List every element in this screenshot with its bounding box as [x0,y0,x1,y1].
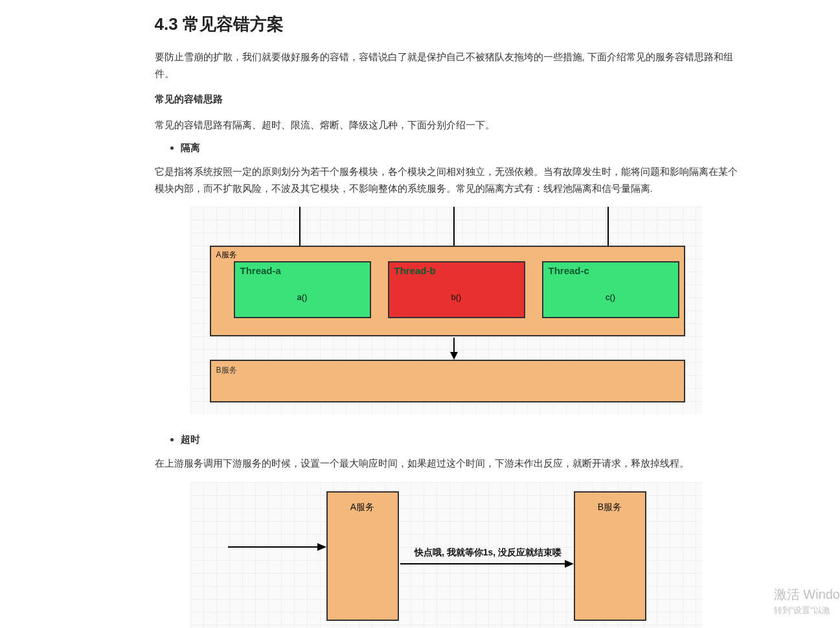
bullet-isolation: 隔离 [181,142,738,154]
service-a-box: A服务 Thread-a a() Thread-b b() Thread-c c… [210,246,685,336]
thread-c-title: Thread-c [549,265,589,276]
thread-a-box: Thread-a a() [234,261,371,318]
service-b-label: B服务 [216,365,237,376]
bullet-timeout: 超时 [181,434,738,446]
thread-c-box: Thread-c c() [542,261,679,318]
timeout-service-a: A服务 [326,491,399,621]
thread-a-call: a() [235,292,370,302]
diagram-isolation: A服务 Thread-a a() Thread-b b() Thread-c c… [190,207,702,414]
service-a-label: A服务 [216,250,237,261]
diagram-timeout: A服务 快点哦, 我就等你1s, 没反应就结束喽 B服务 [190,482,702,629]
thread-c-call: c() [543,292,678,302]
timeout-service-b-label: B服务 [575,502,645,513]
thread-b-box: Thread-b b() [388,261,525,318]
arrow-down-icon [448,338,460,360]
thread-a-title: Thread-a [240,265,281,276]
watermark-line1: 激活 Windo [774,585,840,604]
thread-b-title: Thread-b [394,265,436,276]
document-page: 4.3 常见容错方案 要防止雪崩的扩散，我们就要做好服务的容错，容错说白了就是保… [77,0,764,628]
section-heading: 4.3 常见容错方案 [155,13,738,36]
ideas-paragraph: 常见的容错思路有隔离、超时、限流、熔断、降级这几种，下面分别介绍一下。 [155,117,738,134]
isolation-paragraph: 它是指将系统按照一定的原则划分为若干个服务模块，各个模块之间相对独立，无强依赖。… [155,163,738,196]
arrow-right-icon [228,541,326,553]
svg-marker-11 [565,560,574,568]
timeout-service-b: B服务 [574,491,646,621]
bullet-list: 隔离 [155,142,738,154]
svg-marker-7 [450,352,458,360]
service-b-box: B服务 [210,360,685,402]
bullet-list: 超时 [155,434,738,446]
intro-paragraph: 要防止雪崩的扩散，我们就要做好服务的容错，容错说白了就是保护自己不被猪队友拖垮的… [155,49,738,82]
timeout-service-a-label: A服务 [328,502,398,513]
windows-activation-watermark: 激活 Windo 转到"设置"以激 [774,585,840,617]
arrow-right-icon [400,557,574,570]
subheading-ideas: 常见的容错思路 [155,91,738,108]
thread-b-call: b() [389,292,524,302]
watermark-line2: 转到"设置"以激 [774,604,840,617]
svg-marker-9 [317,543,326,551]
timeout-paragraph: 在上游服务调用下游服务的时候，设置一个最大响应时间，如果超过这个时间，下游未作出… [155,455,738,472]
